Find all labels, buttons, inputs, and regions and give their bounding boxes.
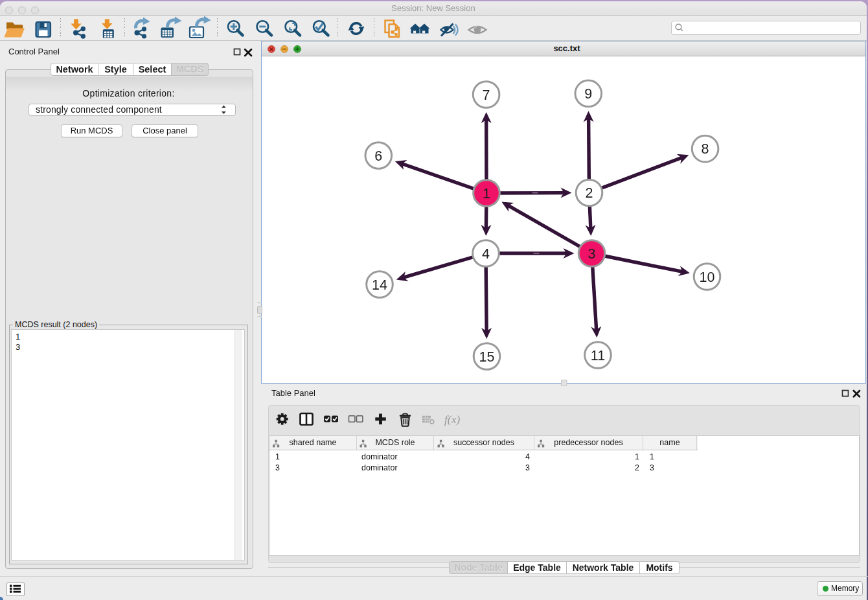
- svg-text:4: 4: [482, 246, 490, 262]
- svg-text:3: 3: [588, 246, 596, 262]
- svg-text:6: 6: [374, 148, 382, 164]
- svg-text:1: 1: [483, 186, 490, 202]
- svg-text:14: 14: [372, 277, 387, 293]
- svg-text:10: 10: [700, 270, 715, 285]
- svg-text:9: 9: [584, 86, 592, 102]
- svg-text:15: 15: [479, 349, 495, 365]
- svg-text:2: 2: [586, 185, 593, 201]
- svg-text:11: 11: [591, 348, 605, 363]
- svg-text:7: 7: [483, 87, 490, 103]
- svg-text:8: 8: [702, 141, 709, 157]
